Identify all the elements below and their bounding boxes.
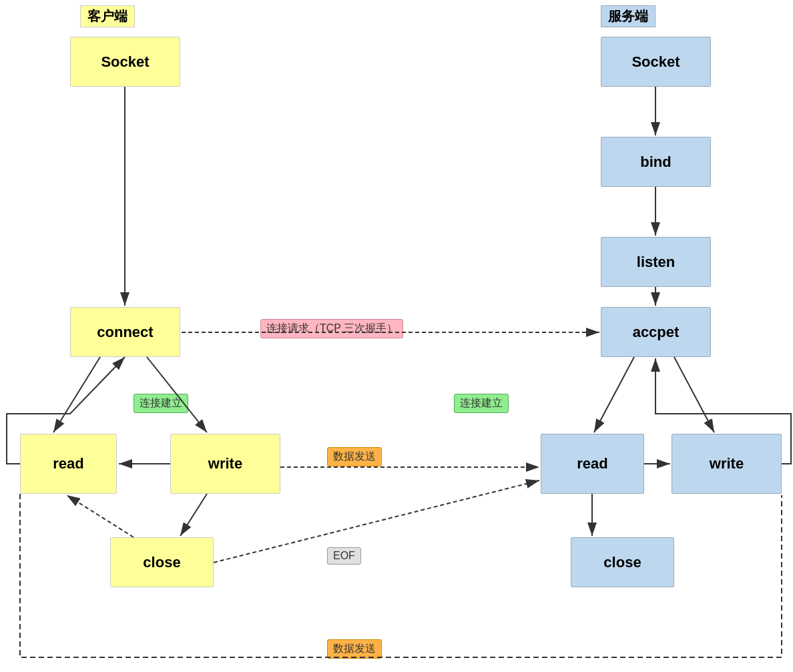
- server-bind-node: bind: [601, 137, 711, 187]
- client-socket-node: Socket: [70, 37, 180, 87]
- diagram-container: 客户端 服务端 客户端 服务端 Socket connect read writ…: [0, 0, 793, 672]
- server-label-box: 服务端: [601, 5, 655, 27]
- arrow-accept-to-server-read: [594, 357, 634, 432]
- data-send-bottom-label: 数据发送: [327, 639, 382, 659]
- client-write-node: write: [170, 434, 280, 494]
- server-accept-node: accpet: [601, 307, 711, 357]
- data-send-middle-label: 数据发送: [327, 447, 382, 466]
- server-write-node: write: [672, 434, 782, 494]
- arrow-client-close-to-read-dashed: [67, 495, 134, 537]
- server-close-node: close: [571, 537, 674, 587]
- connection-established-server-label: 连接建立: [454, 394, 509, 413]
- client-close-node: close: [110, 537, 214, 587]
- arrow-client-write-to-close: [180, 494, 207, 536]
- connection-established-client-label: 连接建立: [134, 394, 188, 413]
- client-read-node: read: [20, 434, 117, 494]
- server-listen-node: listen: [601, 237, 711, 287]
- server-read-node: read: [541, 434, 644, 494]
- arrow-connect-to-read: [53, 357, 100, 432]
- server-socket-node: Socket: [601, 37, 711, 87]
- eof-label: EOF: [327, 547, 361, 565]
- connection-request-label: 连接请求（TCP 三次握手）: [260, 319, 403, 338]
- arrow-accept-to-server-write: [674, 357, 714, 432]
- client-connect-node: connect: [70, 307, 180, 357]
- client-label-box: 客户端: [80, 5, 135, 27]
